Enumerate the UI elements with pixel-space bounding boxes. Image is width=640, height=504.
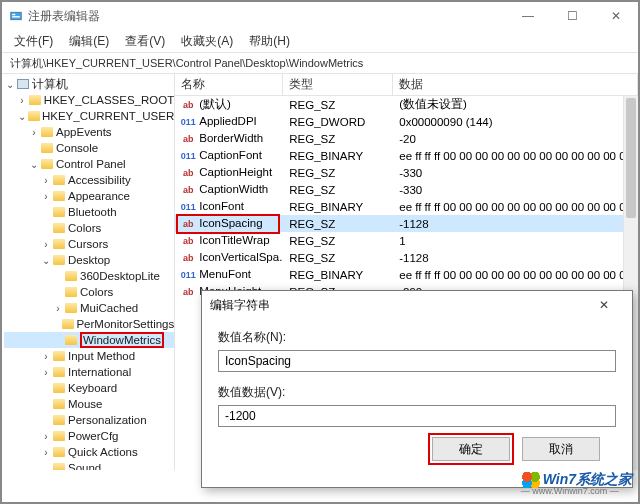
tree-item[interactable]: ⌄Desktop <box>4 252 174 268</box>
list-row[interactable]: abCaptionHeightREG_SZ-330 <box>175 164 638 181</box>
dialog-close-button[interactable]: ✕ <box>584 298 624 312</box>
list-row[interactable]: abIconTitleWrapREG_SZ1 <box>175 232 638 249</box>
list-row[interactable]: abBorderWidthREG_SZ-20 <box>175 130 638 147</box>
menu-help[interactable]: 帮助(H) <box>243 31 296 52</box>
string-value-icon: ab <box>181 184 195 196</box>
folder-icon <box>64 333 78 347</box>
value-data: (数值未设置) <box>393 97 638 112</box>
twisty-icon[interactable]: › <box>16 95 28 106</box>
twisty-icon[interactable]: › <box>52 303 64 314</box>
minimize-button[interactable]: — <box>506 2 550 30</box>
twisty-icon[interactable]: ⌄ <box>4 79 16 90</box>
tree-item[interactable]: ›International <box>4 364 174 380</box>
tree-label: 360DesktopLite <box>80 270 160 282</box>
tree-label: MuiCached <box>80 302 138 314</box>
tree-item[interactable]: ⌄计算机 <box>4 76 174 92</box>
col-type[interactable]: 类型 <box>283 74 393 95</box>
folder-icon <box>52 205 66 219</box>
value-type: REG_BINARY <box>283 201 393 213</box>
tree-item[interactable]: ›Quick Actions <box>4 444 174 460</box>
close-button[interactable]: ✕ <box>594 2 638 30</box>
binary-value-icon: 011 <box>181 201 195 213</box>
folder-icon <box>62 317 74 331</box>
tree-item[interactable]: Bluetooth <box>4 204 174 220</box>
cancel-button[interactable]: 取消 <box>522 437 600 461</box>
address-bar[interactable]: 计算机\HKEY_CURRENT_USER\Control Panel\Desk… <box>2 52 638 74</box>
tree-item[interactable]: ›MuiCached <box>4 300 174 316</box>
tree-item[interactable]: Colors <box>4 284 174 300</box>
value-name: (默认) <box>199 98 231 110</box>
tree-item[interactable]: Mouse <box>4 396 174 412</box>
tree-item[interactable]: ›Cursors <box>4 236 174 252</box>
list-row[interactable]: abIconVerticalSpa...REG_SZ-1128 <box>175 249 638 266</box>
twisty-icon[interactable]: › <box>40 447 52 458</box>
tree-item[interactable]: Keyboard <box>4 380 174 396</box>
tree-item[interactable]: Sound <box>4 460 174 470</box>
list-row[interactable]: ab(默认)REG_SZ(数值未设置) <box>175 96 638 113</box>
folder-icon <box>52 413 66 427</box>
string-value-icon: ab <box>181 133 195 145</box>
folder-icon <box>52 173 66 187</box>
twisty-icon[interactable]: ⌄ <box>40 255 52 266</box>
menu-file[interactable]: 文件(F) <box>8 31 59 52</box>
tree-item[interactable]: 360DesktopLite <box>4 268 174 284</box>
twisty-icon[interactable]: › <box>40 175 52 186</box>
tree-item[interactable]: Personalization <box>4 412 174 428</box>
string-value-icon: ab <box>181 252 195 264</box>
ok-button[interactable]: 确定 <box>432 437 510 461</box>
value-type: REG_DWORD <box>283 116 393 128</box>
tree-item[interactable]: ›HKEY_CLASSES_ROOT <box>4 92 174 108</box>
tree-item[interactable]: Colors <box>4 220 174 236</box>
value-type: REG_SZ <box>283 133 393 145</box>
tree-item[interactable]: ›Appearance <box>4 188 174 204</box>
twisty-icon[interactable]: › <box>40 367 52 378</box>
folder-icon <box>64 285 78 299</box>
tree-item[interactable]: ›AppEvents <box>4 124 174 140</box>
twisty-icon[interactable]: › <box>28 127 40 138</box>
tree-item[interactable]: Console <box>4 140 174 156</box>
tree-item[interactable]: PerMonitorSettings <box>4 316 174 332</box>
tree-label: AppEvents <box>56 126 112 138</box>
value-data-field[interactable] <box>218 405 616 427</box>
list-row[interactable]: abCaptionWidthREG_SZ-330 <box>175 181 638 198</box>
binary-value-icon: 011 <box>181 116 195 128</box>
twisty-icon[interactable]: ⌄ <box>16 111 27 122</box>
list-row[interactable]: 011MenuFontREG_BINARYee ff ff ff 00 00 0… <box>175 266 638 283</box>
twisty-icon[interactable]: ⌄ <box>28 159 40 170</box>
tree-label: Input Method <box>68 350 135 362</box>
twisty-icon[interactable]: › <box>40 351 52 362</box>
menu-bar: 文件(F) 编辑(E) 查看(V) 收藏夹(A) 帮助(H) <box>2 30 638 52</box>
folder-icon <box>52 221 66 235</box>
value-name: MenuFont <box>199 268 251 280</box>
tree-item[interactable]: ⌄Control Panel <box>4 156 174 172</box>
list-row[interactable]: 011AppliedDPIREG_DWORD0x00000090 (144) <box>175 113 638 130</box>
window-title: 注册表编辑器 <box>28 8 100 25</box>
twisty-icon[interactable]: › <box>40 431 52 442</box>
menu-view[interactable]: 查看(V) <box>119 31 171 52</box>
scroll-thumb[interactable] <box>626 98 636 218</box>
value-name-field[interactable] <box>218 350 616 372</box>
value-type: REG_SZ <box>283 167 393 179</box>
tree-item[interactable]: ›Input Method <box>4 348 174 364</box>
tree-item[interactable]: WindowMetrics <box>4 332 174 348</box>
list-row[interactable]: 011IconFontREG_BINARYee ff ff ff 00 00 0… <box>175 198 638 215</box>
watermark: Win7系统之家 — www.Winwin7.com — <box>521 471 632 496</box>
value-name: IconVerticalSpa... <box>199 251 283 263</box>
tree-item[interactable]: ›Accessibility <box>4 172 174 188</box>
col-data[interactable]: 数据 <box>393 74 638 95</box>
value-name: IconFont <box>199 200 244 212</box>
tree-label: HKEY_CLASSES_ROOT <box>44 94 174 106</box>
tree-view[interactable]: ⌄计算机›HKEY_CLASSES_ROOT⌄HKEY_CURRENT_USER… <box>2 74 175 470</box>
folder-icon <box>52 381 66 395</box>
value-type: REG_BINARY <box>283 269 393 281</box>
maximize-button[interactable]: ☐ <box>550 2 594 30</box>
tree-item[interactable]: ⌄HKEY_CURRENT_USER <box>4 108 174 124</box>
folder-icon <box>52 237 66 251</box>
list-row[interactable]: 011CaptionFontREG_BINARYee ff ff ff 00 0… <box>175 147 638 164</box>
col-name[interactable]: 名称 <box>175 74 283 95</box>
twisty-icon[interactable]: › <box>40 239 52 250</box>
menu-favorites[interactable]: 收藏夹(A) <box>175 31 239 52</box>
tree-item[interactable]: ›PowerCfg <box>4 428 174 444</box>
menu-edit[interactable]: 编辑(E) <box>63 31 115 52</box>
twisty-icon[interactable]: › <box>40 191 52 202</box>
